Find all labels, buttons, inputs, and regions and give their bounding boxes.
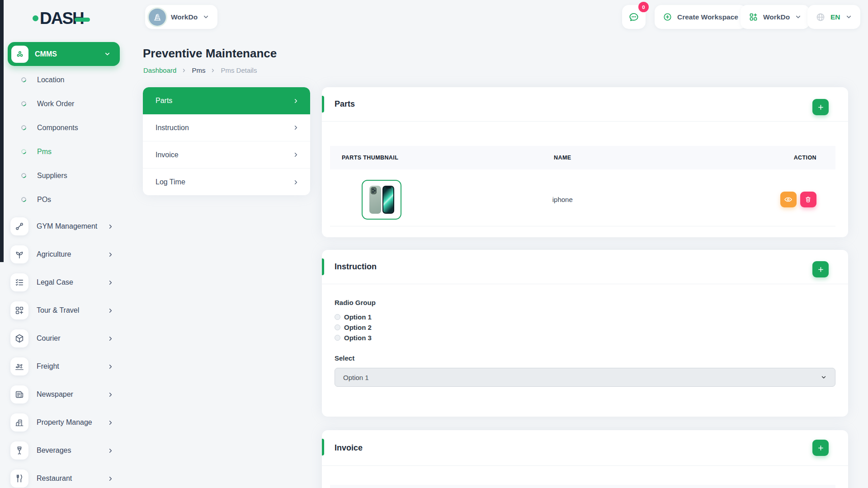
cmms-circles-icon <box>15 49 25 59</box>
donut-dot-icon <box>20 124 27 131</box>
sidebar-module-property-manage[interactable]: Property Manage <box>0 408 128 436</box>
invoice-table-header <box>330 485 835 488</box>
radio-group-label: Radio Group <box>335 299 835 306</box>
app-menu-label: WorkDo <box>763 13 790 21</box>
donut-dot-icon <box>20 148 27 155</box>
breadcrumb-pms[interactable]: Pms <box>192 66 205 74</box>
donut-dot-icon <box>20 100 27 107</box>
breadcrumb-dashboard[interactable]: Dashboard <box>143 66 176 74</box>
radio-option-option-2[interactable]: Option 2 <box>335 322 835 333</box>
chevron-right-icon <box>292 98 299 104</box>
card-accent-bar <box>322 439 324 455</box>
tab-log-time[interactable]: Log Time <box>143 169 310 195</box>
breadcrumb-pms-details: Pms Details <box>221 66 257 74</box>
chevron-right-icon <box>107 391 114 398</box>
chevron-right-icon <box>107 475 114 482</box>
chevron-right-icon <box>107 447 114 454</box>
chevron-down-icon <box>845 14 852 20</box>
chevron-right-icon <box>107 419 114 426</box>
card-accent-bar <box>322 96 324 113</box>
workspace-switcher[interactable]: WorkDo <box>145 5 217 29</box>
invoice-section-card: Invoice <box>322 430 848 488</box>
dash-logo[interactable]: DASH <box>33 10 90 27</box>
create-workspace-label: Create Workspace <box>677 13 738 21</box>
view-part-button[interactable] <box>780 192 797 207</box>
radio-option-option-3[interactable]: Option 3 <box>335 333 835 343</box>
instruction-section-card: Instruction Radio Group Option 1 Option … <box>322 250 848 417</box>
tab-parts[interactable]: Parts <box>143 87 310 114</box>
sidebar-item-pms[interactable]: Pms <box>0 140 128 164</box>
chevron-right-icon <box>107 363 114 370</box>
package-icon <box>10 329 28 347</box>
detail-tabs-card: Parts Instruction Invoice Log Time <box>143 87 310 195</box>
add-invoice-button[interactable] <box>812 440 829 456</box>
chevron-down-icon <box>821 374 827 380</box>
add-part-button[interactable] <box>812 99 829 115</box>
app-menu-button[interactable]: WorkDo <box>741 5 810 29</box>
chat-bubble-icon <box>628 11 640 23</box>
column-header-action: ACTION <box>643 155 835 161</box>
sidebar-module-beverages[interactable]: Beverages <box>0 436 128 465</box>
plus-circle-icon <box>663 12 672 22</box>
tab-instruction[interactable]: Instruction <box>143 114 310 141</box>
chevron-right-icon <box>107 335 114 342</box>
donut-dot-icon <box>20 76 27 83</box>
wine-glass-icon <box>10 441 28 460</box>
sidebar-item-location[interactable]: Location <box>0 68 128 92</box>
sidebar-module-legal-case[interactable]: Legal Case <box>0 268 128 296</box>
logo-dot <box>33 15 38 21</box>
eye-icon <box>784 195 793 204</box>
chevron-down-icon <box>203 14 209 20</box>
sidebar-module-tour-travel[interactable]: Tour & Travel <box>0 296 128 324</box>
chevron-right-icon <box>292 179 299 186</box>
select-value: Option 1 <box>343 374 369 381</box>
chevron-right-icon <box>292 124 299 131</box>
sidebar-module-agriculture[interactable]: Agriculture <box>0 240 128 268</box>
chevron-down-icon <box>104 51 111 57</box>
plus-icon <box>817 266 825 273</box>
create-workspace-button[interactable]: Create Workspace <box>655 5 746 29</box>
column-header-name: NAME <box>481 155 643 161</box>
checklist-icon <box>10 273 28 291</box>
building-icon <box>10 413 28 432</box>
radio-group: Option 1 Option 2 Option 3 <box>335 312 835 343</box>
sidebar-item-suppliers[interactable]: Suppliers <box>0 164 128 188</box>
select-label: Select <box>335 354 835 362</box>
tab-invoice[interactable]: Invoice <box>143 141 310 169</box>
sidebar-item-components[interactable]: Components <box>0 116 128 140</box>
sidebar-module-selector-cmms[interactable]: CMMS <box>8 42 120 66</box>
divider <box>322 465 848 466</box>
sidebar-item-pos[interactable]: POs <box>0 188 128 211</box>
newspaper-icon <box>10 385 28 404</box>
chevron-down-icon <box>795 14 802 20</box>
sidebar-item-work-order[interactable]: Work Order <box>0 92 128 116</box>
column-header-thumbnail: PARTS THUMBNAIL <box>330 155 481 161</box>
dumbbell-icon <box>10 217 28 235</box>
plus-icon <box>817 103 825 111</box>
radio-circle-icon[interactable] <box>335 314 340 320</box>
sidebar-module-courier[interactable]: Courier <box>0 324 128 352</box>
sidebar-module-freight[interactable]: Freight <box>0 352 128 380</box>
sidebar-module-gym-management[interactable]: GYM Management <box>0 212 128 240</box>
plane-icon <box>10 357 28 375</box>
delete-part-button[interactable] <box>800 192 816 207</box>
part-thumbnail-iphone[interactable] <box>362 180 401 220</box>
building-avatar-icon <box>152 12 163 23</box>
chevron-right-icon <box>107 251 114 258</box>
sidebar-sub-items: Location Work Order Components Pms Suppl… <box>0 68 128 211</box>
language-code: EN <box>830 13 840 21</box>
sidebar-module-restaurant[interactable]: Restaurant <box>0 465 128 488</box>
chevron-right-icon <box>292 151 299 158</box>
logo-accent-bar <box>75 18 90 22</box>
sidebar-module-newspaper[interactable]: Newspaper <box>0 380 128 408</box>
radio-circle-icon[interactable] <box>335 324 340 330</box>
language-selector[interactable]: EN <box>807 5 860 29</box>
grid-plus-icon <box>10 301 28 319</box>
instruction-select[interactable]: Option 1 <box>335 368 835 387</box>
parts-section-card: Parts PARTS THUMBNAIL NAME ACTION iphone <box>322 87 848 237</box>
globe-icon <box>816 12 826 22</box>
radio-circle-icon[interactable] <box>335 335 340 341</box>
chat-button[interactable]: 0 <box>622 5 646 29</box>
radio-option-option-1[interactable]: Option 1 <box>335 312 835 322</box>
add-instruction-button[interactable] <box>812 261 829 277</box>
